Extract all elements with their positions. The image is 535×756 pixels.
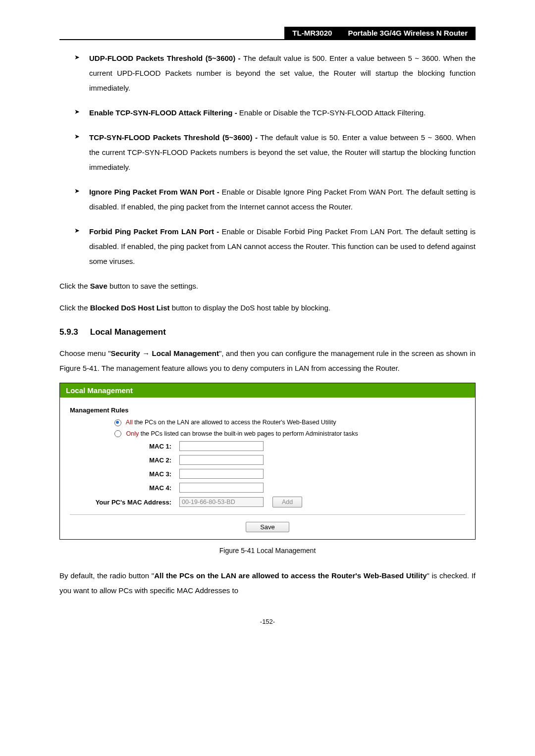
mac-label: MAC 4:	[70, 484, 179, 492]
mac-row-3: MAC 3:	[70, 469, 465, 479]
text: button to save the settings.	[107, 282, 198, 290]
page: TL-MR3020 Portable 3G/4G Wireless N Rout…	[0, 0, 535, 645]
panel-title: Local Management	[60, 383, 475, 398]
section-number: 5.9.3	[59, 327, 78, 337]
item-title: Enable TCP-SYN-FLOOD Attack Filtering -	[89, 108, 239, 117]
mac-label: MAC 3:	[70, 470, 179, 478]
blocked-label: Blocked DoS Host List	[90, 303, 170, 312]
panel-divider	[70, 514, 465, 515]
closing-bold: All the PCs on the LAN are allowed to ac…	[154, 571, 427, 580]
add-button[interactable]: Add	[272, 497, 302, 507]
radio-text: the PCs listed can browse the built-in w…	[139, 430, 358, 437]
item-title: Ignore Ping Packet From WAN Port -	[89, 188, 222, 196]
mac-2-input[interactable]	[179, 455, 264, 465]
text: Choose menu "	[59, 349, 110, 357]
item-body: Enable or Disable the TCP-SYN-FLOOD Atta…	[239, 108, 426, 117]
mac-1-input[interactable]	[179, 441, 264, 451]
mac-row-4: MAC 4:	[70, 483, 465, 493]
radio-only-listed[interactable]: Only the PCs listed can browse the built…	[70, 430, 465, 438]
figure-caption: Figure 5-41 Local Management	[59, 547, 476, 554]
pc-mac-row: Your PC's MAC Address: Add	[70, 497, 465, 507]
save-label: Save	[90, 282, 107, 290]
save-row: Save	[60, 522, 475, 539]
menu-local-management: Local Management	[152, 349, 219, 357]
section-heading: 5.9.3Local Management	[59, 327, 476, 337]
mac-row-2: MAC 2:	[70, 455, 465, 465]
radio-red: All	[126, 419, 133, 426]
text: Click the	[59, 303, 90, 312]
item-title: TCP-SYN-FLOOD Packets Threshold (5~3600)…	[89, 133, 260, 142]
item-title: Forbid Ping Packet From LAN Port -	[89, 227, 221, 236]
pc-mac-input	[179, 497, 264, 507]
panel-body: Management Rules All the PCs on the LAN …	[60, 398, 475, 515]
radio-text: the PCs on the LAN are allowed to access…	[133, 419, 336, 426]
list-item: UDP-FLOOD Packets Threshold (5~3600) - T…	[74, 51, 476, 96]
product-title: Portable 3G/4G Wireless N Router	[340, 27, 476, 39]
menu-security: Security	[110, 349, 140, 357]
arrow-icon: →	[140, 349, 152, 357]
page-header: TL-MR3020 Portable 3G/4G Wireless N Rout…	[59, 27, 476, 39]
text: button to display the DoS host table by …	[170, 303, 330, 312]
mac-label: MAC 1:	[70, 443, 179, 450]
radio-all-pcs[interactable]: All the PCs on the LAN are allowed to ac…	[70, 419, 465, 426]
list-item: Ignore Ping Packet From WAN Port - Enabl…	[74, 185, 476, 214]
text: By default, the radio button "	[59, 571, 154, 580]
header-rule	[59, 39, 476, 40]
radio-icon	[114, 430, 121, 437]
save-instruction: Click the Save button to save the settin…	[59, 279, 476, 294]
item-title: UDP-FLOOD Packets Threshold (5~3600) -	[89, 54, 243, 62]
radio-red: Only	[126, 430, 139, 437]
list-item: Forbid Ping Packet From LAN Port - Enabl…	[74, 224, 476, 269]
mac-label: MAC 2:	[70, 456, 179, 464]
mac-3-input[interactable]	[179, 469, 264, 479]
management-rules-label: Management Rules	[70, 406, 465, 414]
closing-paragraph: By default, the radio button "All the PC…	[59, 568, 476, 598]
list-item: TCP-SYN-FLOOD Packets Threshold (5~3600)…	[74, 130, 476, 175]
blocked-instruction: Click the Blocked DoS Host List button t…	[59, 301, 476, 315]
save-button[interactable]: Save	[246, 522, 289, 532]
mac-row-1: MAC 1:	[70, 441, 465, 451]
pc-mac-label: Your PC's MAC Address:	[70, 499, 179, 506]
page-number: -152-	[59, 618, 476, 625]
section-title: Local Management	[90, 327, 166, 337]
radio-icon	[114, 419, 121, 426]
text: Click the	[59, 282, 90, 290]
feature-list: UDP-FLOOD Packets Threshold (5~3600) - T…	[59, 51, 476, 269]
model-badge: TL-MR3020	[284, 27, 340, 39]
intro-paragraph: Choose menu "Security → Local Management…	[59, 346, 476, 376]
mac-4-input[interactable]	[179, 483, 264, 493]
list-item: Enable TCP-SYN-FLOOD Attack Filtering - …	[74, 105, 476, 120]
figure-local-management: Local Management Management Rules All th…	[59, 383, 476, 540]
